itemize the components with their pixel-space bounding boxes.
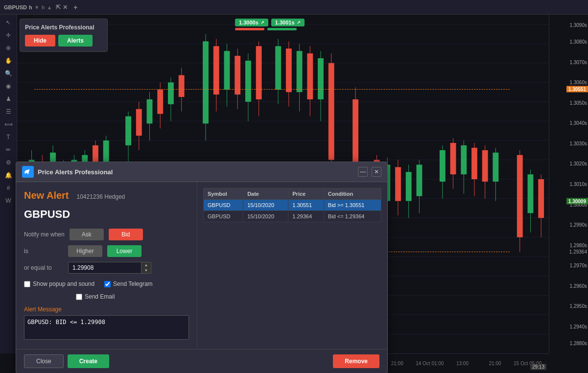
sidebar-drawing-icon[interactable]: ✏ [3, 144, 14, 155]
sidebar-w-icon[interactable]: W [3, 195, 14, 206]
time-label-14: 21:00 [479, 361, 512, 366]
spinner-down[interactable]: ▼ [141, 268, 151, 273]
dialog-titlebar: Price Alerts Professional — ✕ [16, 162, 387, 182]
sidebar-eye-icon[interactable]: ◉ [3, 81, 14, 92]
price-label-7: 1.3030s [569, 140, 587, 146]
dialog-controls: — ✕ [358, 167, 381, 177]
price-axis: 1.3090s 1.3080s 1.3070s 1.3060s 1.3050s … [549, 15, 588, 353]
svg-rect-44 [179, 75, 185, 97]
svg-rect-36 [136, 109, 142, 136]
symbol-display: GBPUSD [24, 208, 189, 221]
svg-rect-42 [168, 82, 174, 104]
close-chart-btn[interactable]: ✕ [63, 4, 68, 11]
price-label-16: 1.2940s [569, 324, 587, 329]
higher-button[interactable]: Higher [68, 245, 102, 257]
dialog-title: Price Alerts Professional [38, 168, 113, 176]
svg-rect-88 [461, 145, 467, 174]
row2-symbol: GBPUSD [204, 211, 243, 222]
alert-indicators: 1.3000s ↗ 1.3001s ↗ [235, 19, 305, 30]
svg-rect-48 [213, 46, 219, 94]
svg-rect-92 [482, 150, 488, 182]
send-email-checkbox[interactable]: Send Email [76, 293, 115, 300]
sidebar-cursor-icon[interactable]: ↖ [3, 17, 14, 28]
svg-rect-46 [203, 41, 209, 123]
sidebar-zoomin-icon[interactable]: ⊕ [3, 43, 14, 53]
dialog-form: New Alert 10421236 Hedged GBPUSD Notify … [16, 182, 197, 349]
close-button[interactable]: Close [24, 354, 64, 368]
sidebar-grid-icon[interactable]: # [3, 183, 14, 193]
table-row[interactable]: GBPUSD 15/10/2020 1.30551 Bid >= 1.30551 [204, 200, 381, 211]
svg-rect-80 [406, 172, 412, 201]
bid-button[interactable]: Bid [109, 229, 143, 240]
alert-pill-2[interactable]: 1.3001s ↗ [271, 19, 305, 26]
timeframe-text: h [29, 4, 32, 10]
sidebar-hand-icon[interactable]: ✋ [3, 55, 14, 66]
ask-button[interactable]: Ask [70, 229, 104, 240]
alerts-widget-title: Price Alerts Professional [25, 24, 102, 31]
price-label-11: 1.2990s [569, 222, 587, 228]
detach-btn[interactable]: ⇱ [56, 4, 61, 11]
show-popup-input[interactable] [24, 281, 30, 287]
sidebar-alert-icon[interactable]: 🔔 [3, 170, 14, 181]
sidebar-person-icon[interactable]: ♟ [3, 93, 14, 104]
price-label-5: 1.3050s [569, 100, 587, 105]
price-label-1: 1.3090s [569, 22, 587, 27]
table-head: Symbol Date Price Condition [204, 188, 381, 200]
chart-container: GBPUSD h ▼ h ▲ ⇱ ✕ + ↖ ✛ ⊕ ✋ 🔍 ◉ ♟ ☰ ⟺ T… [0, 0, 588, 373]
table-body: GBPUSD 15/10/2020 1.30551 Bid >= 1.30551… [204, 200, 381, 222]
dialog-footer: Close Create Remove [16, 349, 387, 373]
sidebar-crosshair-icon[interactable]: ✛ [3, 30, 14, 41]
svg-rect-84 [440, 150, 446, 182]
symbol-text: GBPUSD [4, 4, 27, 10]
alert-pill-1[interactable]: 1.3000s ↗ [235, 19, 268, 26]
new-alert-header: New Alert 10421236 Hedged [24, 190, 189, 201]
sidebar-layers-icon[interactable]: ☰ [3, 106, 14, 117]
is-label: is [24, 248, 63, 255]
dialog-minimize-btn[interactable]: — [358, 167, 368, 177]
dialog-close-btn[interactable]: ✕ [372, 167, 381, 177]
sidebar-measure-icon[interactable]: ⟺ [3, 119, 14, 130]
alerts-widget: Price Alerts Professional Hide Alerts [20, 19, 108, 52]
price-label-3: 1.3070s [569, 59, 587, 65]
alert-line-green [267, 28, 297, 30]
send-email-input[interactable] [76, 294, 82, 300]
svg-rect-60 [286, 48, 292, 92]
svg-rect-62 [297, 51, 303, 92]
dialog-content: New Alert 10421236 Hedged GBPUSD Notify … [16, 182, 387, 349]
spinner-up[interactable]: ▲ [141, 262, 151, 268]
svg-rect-86 [450, 143, 456, 174]
current-time-display: 29:13 [530, 364, 546, 370]
row1-date: 15/10/2020 [243, 200, 288, 211]
sidebar-magnify-icon[interactable]: 🔍 [3, 68, 14, 79]
price-label-8: 1.3020s [569, 161, 587, 166]
col-price: Price [288, 188, 324, 200]
alert-message-input[interactable]: GBPUSD: BID <= 1.29908 [24, 315, 189, 340]
table-row[interactable]: GBPUSD 15/10/2020 1.29364 Bid <= 1.29364 [204, 211, 381, 222]
alerts-button[interactable]: Alerts [58, 35, 93, 47]
notify-label: Notify me when [24, 231, 65, 238]
lower-button[interactable]: Lower [107, 245, 141, 257]
send-telegram-checkbox[interactable]: Send Telegram [104, 280, 153, 287]
create-button[interactable]: Create [68, 354, 109, 368]
show-popup-checkbox[interactable]: Show popup and sound [24, 280, 94, 287]
svg-rect-32 [103, 140, 109, 162]
price-input[interactable] [68, 262, 141, 274]
remove-button[interactable]: Remove [333, 354, 379, 368]
send-telegram-input[interactable] [104, 281, 111, 287]
sidebar-text-icon[interactable]: T [3, 132, 14, 142]
svg-rect-54 [245, 61, 251, 102]
main-dialog: Price Alerts Professional — ✕ New Alert … [16, 162, 388, 373]
dialog-telegram-icon [22, 166, 34, 178]
svg-rect-64 [307, 53, 313, 99]
price-label-15: 1.2950s [569, 303, 587, 309]
add-tab-btn[interactable]: + [73, 3, 77, 11]
row1-price: 1.30551 [288, 200, 324, 211]
hide-button[interactable]: Hide [25, 35, 55, 47]
price-label-17: 1.2880s [569, 341, 587, 346]
sidebar-settings-icon[interactable]: ⚙ [3, 157, 14, 168]
row2-price: 1.29364 [288, 211, 324, 222]
notify-row: Notify me when Ask Bid [24, 229, 189, 240]
dialog-titlebar-left: Price Alerts Professional [22, 166, 113, 178]
svg-rect-58 [275, 46, 281, 90]
col-symbol: Symbol [204, 188, 243, 200]
